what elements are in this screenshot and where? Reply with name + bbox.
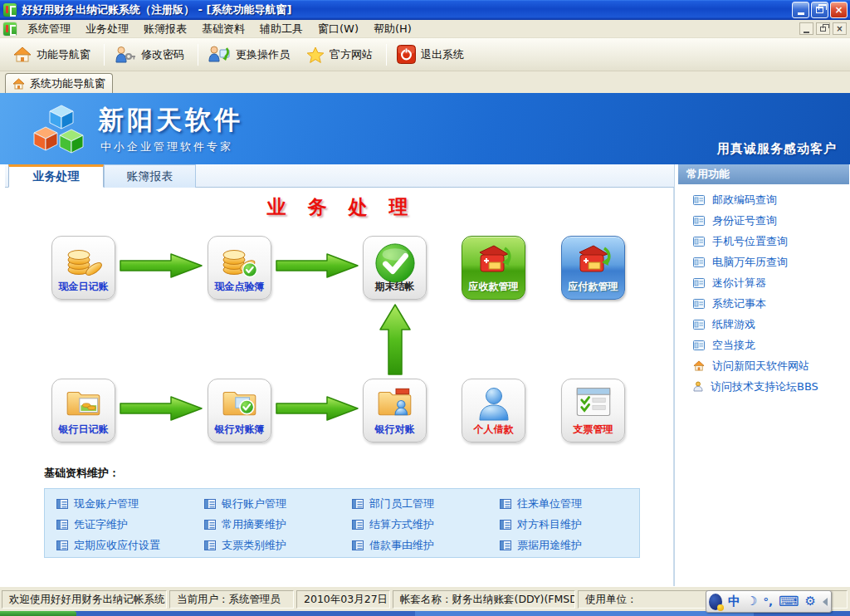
sidebar-item-solitaire[interactable]: 纸牌游戏 [678, 314, 849, 335]
link-label: 票据用途维护 [517, 538, 582, 553]
official-site-button[interactable]: 官方网站 [300, 43, 383, 66]
link-label: 部门员工管理 [369, 496, 434, 511]
toolbar: 功能导航窗 修改密码 更换操作员 官方网站 退出系统 [0, 38, 850, 71]
sidebar-item-notepad[interactable]: 系统记事本 [678, 293, 849, 314]
folder-check-icon [220, 385, 260, 418]
mdi-minimize-button[interactable] [799, 22, 813, 35]
tab-business[interactable]: 业务处理 [8, 164, 104, 188]
link-common-summary[interactable]: 常用摘要维护 [204, 517, 352, 532]
password-key-icon [115, 46, 136, 63]
link-settlement-method[interactable]: 结算方式维护 [352, 517, 500, 532]
grid-icon [56, 499, 68, 509]
link-bank-account[interactable]: 银行账户管理 [204, 496, 352, 511]
sidebar-item-freecell[interactable]: 空当接龙 [678, 335, 849, 355]
flow-arrow-right-icon [120, 395, 204, 422]
link-label: 现金账户管理 [74, 496, 139, 511]
menu-help[interactable]: 帮助(H) [366, 20, 419, 38]
button-label: 应收款管理 [462, 280, 525, 294]
menu-window[interactable]: 窗口(W) [310, 20, 366, 38]
person-icon [475, 385, 513, 422]
link-label: 对方科目维护 [517, 517, 582, 532]
link-bill-purpose[interactable]: 票据用途维护 [500, 538, 647, 553]
banner: 新阳天软件 中小企业管理软件专家 用真诚服务感动客户 [0, 93, 850, 164]
button-personal-loan[interactable]: 个人借款 [462, 379, 525, 442]
button-cheque-management[interactable]: 支票管理 [561, 379, 625, 442]
home-icon [693, 360, 705, 371]
sidebar-item-website[interactable]: 访问新阳天软件网站 [678, 355, 849, 376]
button-payables[interactable]: 应付款管理 [561, 236, 625, 300]
grid-icon [500, 520, 511, 530]
restore-button[interactable] [811, 2, 828, 18]
close-icon: × [836, 24, 843, 33]
star-icon [306, 46, 325, 63]
ime-collapse-icon[interactable] [823, 598, 828, 606]
tab-reports[interactable]: 账簿报表 [104, 164, 196, 188]
toolbar-separator [198, 44, 198, 66]
home-icon [13, 46, 32, 62]
sidebar-item-phone-location[interactable]: 手机号位置查询 [678, 231, 849, 252]
ime-settings-gear-icon[interactable]: ⚙ [805, 595, 816, 608]
mdi-child-icon [3, 22, 17, 36]
sidebar-item-label: 迷你计算器 [712, 276, 766, 291]
menu-business[interactable]: 业务处理 [78, 20, 136, 38]
sidebar-item-calculator[interactable]: 迷你计算器 [678, 272, 849, 293]
grid-icon [500, 499, 511, 509]
person-icon [693, 381, 703, 392]
base-links-box: 现金账户管理 银行账户管理 部门员工管理 往来单位管理 凭证字维护 常用摘要维护… [44, 488, 640, 558]
link-cash-account[interactable]: 现金账户管理 [56, 496, 204, 511]
exit-button[interactable]: 退出系统 [390, 42, 474, 67]
sidebar-item-calendar[interactable]: 电脑万年历查询 [678, 252, 849, 272]
mdi-restore-button[interactable] [816, 22, 830, 35]
toolbar-button-label: 退出系统 [421, 47, 464, 62]
ime-language-button[interactable]: 中 [728, 595, 740, 608]
button-bank-journal[interactable]: 银行日记账 [51, 379, 115, 442]
button-cash-verify[interactable]: 现金点验簿 [208, 236, 271, 300]
mdi-close-button[interactable]: × [833, 22, 847, 35]
button-period-close[interactable]: 期末结帐 [363, 236, 427, 300]
link-voucher-word[interactable]: 凭证字维护 [56, 517, 204, 532]
ime-keyboard-icon[interactable]: ⌨ [779, 594, 799, 609]
link-counterparty[interactable]: 往来单位管理 [500, 496, 647, 511]
menu-bar: 系统管理 业务处理 账簿报表 基础资料 辅助工具 窗口(W) 帮助(H) × [0, 20, 850, 38]
sidebar-item-postcode[interactable]: 邮政编码查询 [678, 189, 849, 210]
button-bank-reconcile[interactable]: 银行对账 [363, 379, 427, 442]
button-bank-reconcile-book[interactable]: 银行对账簿 [208, 379, 271, 442]
link-opposite-subject[interactable]: 对方科目维护 [500, 517, 647, 532]
link-department-staff[interactable]: 部门员工管理 [352, 496, 500, 511]
sidebar-item-idcard[interactable]: 身份证号查询 [678, 210, 849, 231]
minimize-icon [798, 12, 804, 15]
button-cash-journal[interactable]: 现金日记账 [51, 236, 115, 300]
change-password-button[interactable]: 修改密码 [108, 42, 194, 66]
coins-check-icon [219, 242, 261, 279]
window-title: 好好用财务出纳记账系统（注册版） - [系统功能导航窗] [22, 2, 291, 17]
link-label: 凭证字维护 [74, 517, 128, 532]
menu-basedata[interactable]: 基础资料 [194, 20, 252, 38]
menu-tools[interactable]: 辅助工具 [252, 20, 310, 38]
button-label: 银行对账簿 [208, 423, 271, 437]
ime-logo-icon[interactable] [709, 594, 722, 610]
button-receivables[interactable]: 应收款管理 [462, 236, 525, 300]
start-button-sliver[interactable] [0, 611, 76, 616]
main-panel: 业务处理 账簿报表 业 务 处 理 现金日记账 [5, 164, 674, 586]
grid-icon [352, 540, 364, 550]
coins-icon [63, 242, 105, 279]
tab-system-nav-window[interactable]: 系统功能导航窗 [5, 73, 113, 93]
menu-reports[interactable]: 账簿报表 [136, 20, 194, 38]
menu-system[interactable]: 系统管理 [20, 20, 78, 38]
link-label: 银行账户管理 [222, 496, 286, 511]
link-loan-reason[interactable]: 借款事由维护 [352, 538, 500, 553]
nav-window-button[interactable]: 功能导航窗 [7, 43, 100, 66]
flow-arrow-right-icon [120, 252, 204, 279]
ime-fullwidth-icon[interactable]: ☽ [746, 595, 757, 608]
link-cheque-type[interactable]: 支票类别维护 [204, 538, 352, 553]
content-tab-row: 业务处理 账簿报表 [5, 164, 674, 188]
card-icon [693, 237, 705, 247]
minimize-button[interactable] [792, 2, 809, 18]
ime-punctuation-icon[interactable]: °, [764, 596, 773, 607]
close-button[interactable]: × [830, 2, 848, 18]
home-icon [12, 78, 25, 90]
sidebar-item-bbs[interactable]: 访问技术支持论坛BBS [678, 376, 849, 397]
switch-operator-button[interactable]: 更换操作员 [202, 42, 300, 66]
grid-icon [56, 540, 68, 550]
link-periodic-ar-ap[interactable]: 定期应收应付设置 [56, 538, 204, 553]
